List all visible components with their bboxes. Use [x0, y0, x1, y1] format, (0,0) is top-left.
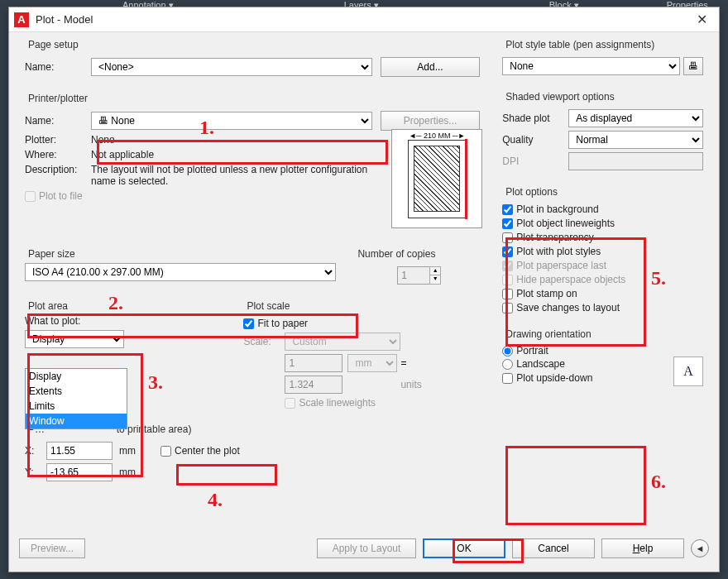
opt-background-check[interactable]: Plot in background — [502, 203, 703, 215]
scale-num — [285, 354, 342, 372]
plotter-label: Plotter: — [25, 134, 91, 146]
paper-size-select[interactable]: ISO A4 (210.00 x 297.00 MM) — [25, 263, 336, 281]
scale-unit-select: mm — [347, 354, 397, 372]
what-to-plot-label: What to plot: — [25, 315, 225, 327]
orientation-legend: Drawing orientation — [502, 328, 594, 340]
fit-to-paper-check[interactable]: Fit to paper — [243, 318, 484, 329]
shade-plot-label: Shade plot — [502, 112, 568, 124]
opt-plotstyles-check[interactable]: Plot with plot styles — [502, 246, 703, 257]
expand-button[interactable]: ◄ — [691, 539, 709, 557]
paper-size-group: Paper size ISO A4 (210.00 x 297.00 MM) — [19, 248, 342, 294]
pagesetup-add-button[interactable]: Add... — [381, 57, 480, 77]
plot-style-edit-button[interactable]: 🖶 — [683, 57, 703, 75]
close-button[interactable]: ✕ — [690, 12, 714, 27]
scale-unit2: units — [400, 379, 421, 390]
page-setup-legend: Page setup — [25, 39, 82, 50]
plot-scale-group: Plot scale Fit to paper Scale: Custom — [237, 300, 490, 417]
desc-label: Description: — [25, 164, 91, 175]
pagesetup-name-select[interactable]: <None> — [91, 58, 372, 76]
cancel-button[interactable]: Cancel — [512, 538, 595, 558]
opt-transparency-check[interactable]: Plot transparency — [502, 232, 703, 243]
plot-offset-group: P… to printable area) X: mm Center the p… — [19, 423, 284, 490]
offset-y-input[interactable] — [46, 463, 113, 481]
page-setup-group: Page setup Name: <None> Add... — [19, 39, 490, 86]
opt-hide-paperspace-check: Hide paperspace objects — [502, 274, 703, 285]
scale-select: Custom — [285, 333, 400, 351]
plot-options-group: Plot options Plot in background Plot obj… — [496, 186, 709, 322]
plot-area-group: Plot area What to plot: Display Display … — [19, 300, 231, 417]
copies-spin-up[interactable]: ▲ — [429, 266, 441, 275]
apply-to-layout-button: Apply to Layout — [317, 538, 416, 558]
paper-size-legend: Paper size — [25, 248, 79, 260]
printer-name-label: Name: — [25, 115, 91, 127]
printer-properties-button: Properties... — [381, 111, 480, 131]
pagesetup-name-label: Name: — [25, 61, 91, 73]
scale-lineweights-check: Scale lineweights — [285, 397, 484, 409]
opt-stamp-check[interactable]: Plot stamp on — [502, 288, 703, 299]
orientation-icon: A — [673, 356, 703, 386]
where-value: Not applicable — [91, 149, 154, 160]
plot-area-opt-display[interactable]: Display — [26, 369, 127, 384]
offset-x-input[interactable] — [46, 442, 113, 460]
opt-save-layout-check[interactable]: Save changes to layout — [502, 302, 703, 313]
help-button[interactable]: Help — [601, 538, 684, 558]
printer-legend: Printer/plotter — [25, 93, 91, 104]
paper-preview: ◄─ 210 MM ─► — [391, 129, 482, 228]
orientation-group: Drawing orientation Portrait Landscape P… — [496, 328, 709, 392]
copies-input — [397, 266, 430, 285]
scale-denom — [285, 376, 342, 394]
offset-y-label: Y: — [25, 467, 46, 478]
plot-scale-legend: Plot scale — [243, 300, 293, 312]
copies-group: Number of copies ▲ ▼ — [348, 248, 490, 294]
printer-name-select[interactable]: 🖶 None — [91, 112, 372, 130]
shaded-group: Shaded viewport options Shade plot As di… — [496, 91, 709, 179]
plot-style-group: Plot style table (pen assignments) None … — [496, 39, 709, 84]
scale-label: Scale: — [243, 336, 285, 347]
copies-legend: Number of copies — [354, 248, 438, 260]
what-to-plot-select[interactable]: Display — [25, 330, 124, 348]
shade-plot-select[interactable]: As displayed — [568, 109, 703, 127]
shaded-legend: Shaded viewport options — [502, 91, 617, 103]
preview-button: Preview... — [19, 538, 85, 558]
plot-area-opt-window[interactable]: Window — [26, 414, 127, 428]
ok-button[interactable]: OK — [423, 538, 505, 558]
plot-area-opt-extents[interactable]: Extents — [26, 384, 127, 399]
footer: Preview... Apply to Layout OK Cancel Hel… — [9, 534, 719, 563]
dialog-title: Plot - Model — [36, 13, 690, 26]
dpi-label: DPI — [502, 156, 568, 167]
plot-style-select[interactable]: None — [502, 57, 680, 75]
orient-portrait-radio[interactable]: Portrait — [502, 345, 703, 356]
where-label: Where: — [25, 149, 91, 160]
plot-style-legend: Plot style table (pen assignments) — [502, 39, 658, 50]
plot-area-opt-limits[interactable]: Limits — [26, 399, 127, 414]
opt-lineweights-check[interactable]: Plot object lineweights — [502, 218, 703, 229]
titlebar: A Plot - Model ✕ — [9, 7, 719, 32]
opt-paperspace-last-check: Plot paperspace last — [502, 260, 703, 271]
copies-spin-down[interactable]: ▼ — [429, 275, 441, 285]
quality-label: Quality — [502, 134, 568, 146]
what-to-plot-dropdown[interactable]: Display Extents Limits Window — [25, 368, 127, 429]
app-icon: A — [14, 12, 29, 27]
desc-value: The layout will not be plotted unless a … — [91, 164, 372, 187]
plotter-value: None — [91, 134, 115, 146]
plot-dialog: A Plot - Model ✕ Page setup Name: <None>… — [8, 7, 720, 572]
plot-area-legend: Plot area — [25, 300, 71, 312]
printer-group: Printer/plotter Name: 🖶 None Properties.… — [19, 93, 490, 242]
center-plot-check[interactable]: Center the plot — [160, 445, 240, 457]
plot-options-legend: Plot options — [502, 186, 561, 198]
quality-select[interactable]: Normal — [568, 131, 703, 149]
offset-x-label: X: — [25, 445, 46, 457]
dpi-input — [568, 152, 703, 170]
